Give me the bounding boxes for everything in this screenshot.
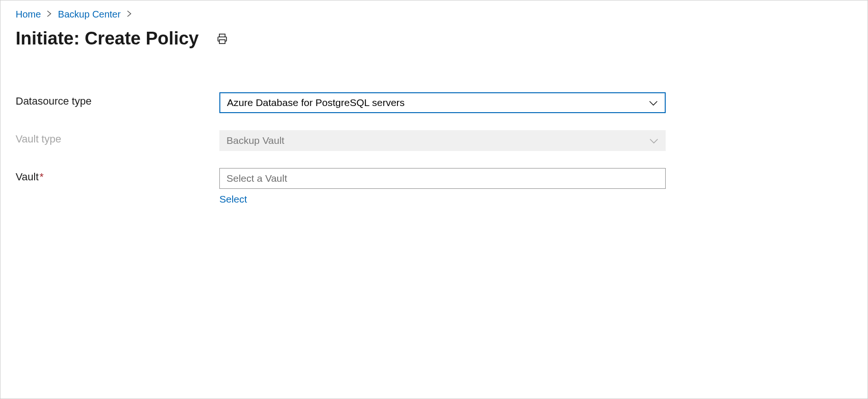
title-row: Initiate: Create Policy: [16, 28, 852, 49]
vault-type-select: Backup Vault: [219, 130, 666, 151]
form-row-vault: Vault* Select a Vault Select: [16, 168, 852, 205]
page-title: Initiate: Create Policy: [16, 28, 199, 49]
svg-rect-0: [219, 34, 225, 37]
vault-type-label: Vault type: [16, 130, 219, 145]
chevron-right-icon: [46, 9, 52, 19]
datasource-type-label: Datasource type: [16, 92, 219, 107]
form-row-datasource-type: Datasource type Azure Database for Postg…: [16, 92, 852, 113]
vault-input[interactable]: Select a Vault: [219, 168, 666, 189]
chevron-right-icon: [127, 9, 132, 19]
vault-type-value: Backup Vault: [226, 135, 284, 146]
datasource-type-select[interactable]: Azure Database for PostgreSQL servers: [219, 92, 666, 113]
vault-placeholder: Select a Vault: [226, 173, 287, 184]
datasource-type-value: Azure Database for PostgreSQL servers: [227, 97, 405, 108]
breadcrumb-link-backup-center[interactable]: Backup Center: [58, 9, 120, 20]
breadcrumb: Home Backup Center: [16, 9, 852, 20]
svg-rect-1: [219, 40, 225, 44]
required-indicator: *: [40, 171, 44, 183]
chevron-down-icon: [649, 97, 658, 108]
vault-select-link[interactable]: Select: [219, 194, 247, 205]
vault-label: Vault*: [16, 168, 219, 183]
breadcrumb-link-home[interactable]: Home: [16, 9, 41, 20]
print-icon[interactable]: [217, 33, 228, 44]
form-row-vault-type: Vault type Backup Vault: [16, 130, 852, 151]
chevron-down-icon: [649, 135, 659, 146]
